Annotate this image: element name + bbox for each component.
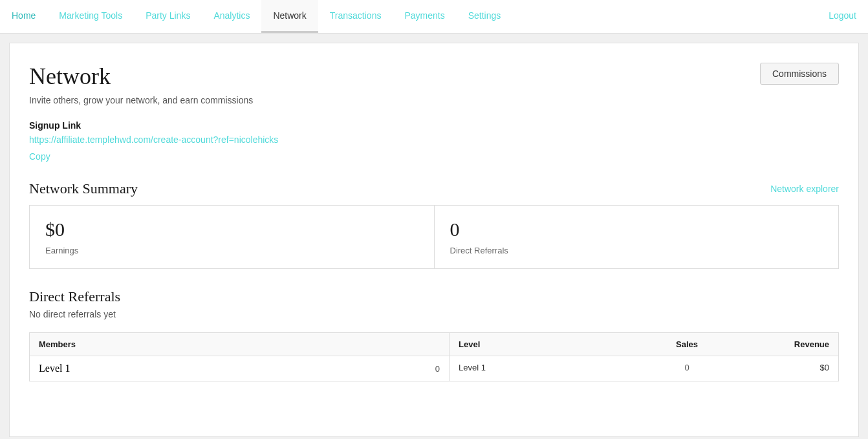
signup-label: Signup Link bbox=[29, 120, 81, 131]
nav-item-party-links[interactable]: Party Links bbox=[134, 0, 202, 33]
nav-item-analytics[interactable]: Analytics bbox=[202, 0, 261, 33]
members-level-count: 0 bbox=[435, 364, 440, 374]
direct-referrals-label: Direct Referrals bbox=[450, 246, 823, 255]
no-referrals-text: No direct referrals yet bbox=[29, 309, 839, 319]
nav-item-payments[interactable]: Payments bbox=[393, 0, 456, 33]
commissions-button[interactable]: Commissions bbox=[760, 63, 839, 85]
direct-referrals-value: 0 bbox=[450, 219, 823, 241]
table-row: Level 1 0 bbox=[30, 356, 449, 381]
page-subtitle: Invite others, grow your network, and ea… bbox=[29, 95, 253, 105]
summary-cards: $0 Earnings 0 Direct Referrals bbox=[29, 205, 839, 269]
nav-item-network[interactable]: Network bbox=[261, 0, 318, 33]
nav-spacer bbox=[512, 0, 817, 33]
page-title: Network bbox=[29, 63, 253, 90]
network-explorer-link[interactable]: Network explorer bbox=[770, 184, 839, 194]
direct-referrals-section: Direct Referrals No direct referrals yet bbox=[29, 288, 839, 319]
direct-referrals-card: 0 Direct Referrals bbox=[435, 206, 839, 268]
tables-row: Members Level 1 0 Level Sales Revenue Le… bbox=[29, 332, 839, 381]
level-row-revenue: $0 bbox=[752, 363, 829, 372]
network-summary-title: Network Summary bbox=[29, 180, 138, 197]
earnings-value: $0 bbox=[45, 219, 418, 241]
signup-section: Signup Link https://affiliate.templehwd.… bbox=[29, 120, 839, 162]
page-header: Network Invite others, grow your network… bbox=[29, 63, 839, 105]
nav-item-transactions[interactable]: Transactions bbox=[318, 0, 393, 33]
revenue-col-header: Revenue bbox=[752, 339, 829, 349]
nav-bar: Home Marketing Tools Party Links Analyti… bbox=[0, 0, 868, 34]
signup-link[interactable]: https://affiliate.templehwd.com/create-a… bbox=[29, 134, 839, 145]
nav-item-home[interactable]: Home bbox=[0, 0, 47, 33]
level-row-sales: 0 bbox=[622, 363, 752, 372]
logout-button[interactable]: Logout bbox=[817, 0, 868, 33]
earnings-label: Earnings bbox=[45, 246, 418, 255]
main-content: Network Invite others, grow your network… bbox=[9, 43, 859, 437]
copy-button[interactable]: Copy bbox=[29, 151, 50, 162]
table-row: Level 1 0 $0 bbox=[450, 356, 838, 379]
level-row-level: Level 1 bbox=[459, 363, 622, 372]
nav-item-settings[interactable]: Settings bbox=[457, 0, 513, 33]
level-table: Level Sales Revenue Level 1 0 $0 bbox=[450, 332, 839, 381]
earnings-card: $0 Earnings bbox=[30, 206, 435, 268]
direct-referrals-title: Direct Referrals bbox=[29, 288, 839, 305]
level-col-header: Level bbox=[459, 339, 622, 349]
network-summary-header: Network Summary Network explorer bbox=[29, 180, 839, 197]
level-table-header: Level Sales Revenue bbox=[450, 333, 838, 356]
nav-item-marketing-tools[interactable]: Marketing Tools bbox=[47, 0, 134, 33]
members-col-header: Members bbox=[39, 339, 76, 349]
members-level-label: Level 1 bbox=[39, 363, 435, 374]
members-table: Members Level 1 0 bbox=[29, 332, 450, 381]
sales-col-header: Sales bbox=[622, 339, 752, 349]
members-table-header: Members bbox=[30, 333, 449, 356]
page-header-left: Network Invite others, grow your network… bbox=[29, 63, 253, 105]
